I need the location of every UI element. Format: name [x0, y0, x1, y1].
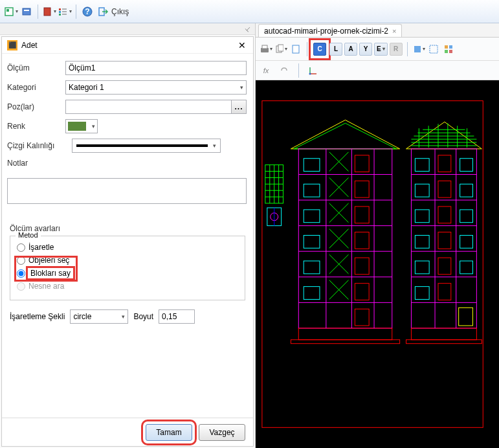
svg-rect-65	[304, 235, 320, 248]
layer-r-button[interactable]: R	[390, 43, 403, 56]
layer-y-button[interactable]: Y	[359, 43, 372, 56]
radio-objeleri[interactable]: Objeleri seç	[17, 254, 238, 266]
label-olcum: Ölçüm	[7, 63, 65, 73]
svg-rect-45	[291, 340, 399, 344]
layer-c-button[interactable]: C	[313, 43, 326, 56]
svg-text:?: ?	[85, 7, 89, 16]
size-label: Boyut	[133, 312, 153, 321]
exit-label: Çıkış	[111, 7, 129, 16]
svg-rect-19	[414, 46, 421, 52]
radio-nesne: Nesne ara	[17, 280, 238, 292]
metod-legend: Metod	[16, 231, 41, 239]
svg-rect-96	[438, 258, 451, 274]
svg-rect-15	[262, 45, 267, 49]
svg-rect-3	[24, 10, 29, 11]
svg-rect-106	[460, 184, 473, 197]
label-renk: Renk	[7, 122, 65, 131]
tab-close-icon[interactable]: ×	[392, 27, 396, 35]
link-icon[interactable]	[278, 64, 291, 77]
svg-rect-21	[445, 45, 448, 49]
svg-rect-24	[449, 50, 452, 53]
main-toolbar: ? Çıkış	[0, 0, 499, 23]
fx-icon[interactable]: fx	[260, 64, 272, 77]
svg-rect-23	[445, 50, 448, 53]
svg-point-27	[309, 73, 311, 74]
svg-rect-67	[304, 287, 320, 300]
print-icon[interactable]	[260, 43, 272, 56]
svg-rect-22	[449, 45, 452, 49]
radio-isaretle[interactable]: İşaretle	[17, 241, 238, 253]
settings-title: Ölçüm ayarları	[10, 224, 245, 233]
axis-icon[interactable]	[307, 64, 320, 77]
svg-rect-4	[44, 8, 50, 16]
notlar-textarea[interactable]	[7, 178, 247, 204]
ok-button[interactable]: Tamam	[146, 424, 192, 441]
select-icon[interactable]	[427, 43, 440, 56]
exit-button[interactable]: Çıkış	[96, 5, 131, 19]
pozlar-browse-button[interactable]: ...	[231, 100, 247, 114]
svg-rect-97	[438, 284, 451, 300]
dialog-title: Adet	[21, 41, 236, 50]
olcum-input[interactable]	[65, 61, 247, 75]
svg-marker-42	[294, 123, 396, 149]
right-panel: autocad-mimari-proje-ornek-cizimi-2 × C …	[256, 23, 499, 448]
tool-btn-3[interactable]	[42, 5, 56, 19]
pozlar-input[interactable]	[65, 100, 231, 114]
svg-rect-58	[355, 232, 369, 249]
renk-select[interactable]	[65, 119, 98, 133]
copy-icon[interactable]	[274, 43, 287, 56]
svg-rect-6	[59, 11, 61, 13]
svg-rect-60	[355, 284, 369, 300]
svg-rect-81	[411, 149, 476, 328]
grid-icon[interactable]	[442, 43, 455, 56]
layer-e-button[interactable]: E	[374, 43, 388, 56]
radio-bloklari[interactable]: Blokları say	[17, 267, 238, 279]
svg-rect-104	[415, 287, 429, 300]
layer-l-button[interactable]: L	[329, 43, 342, 56]
svg-rect-101	[415, 210, 429, 223]
svg-rect-43	[298, 149, 392, 328]
size-input[interactable]	[159, 309, 195, 324]
document-tab[interactable]: autocad-mimari-proje-ornek-cizimi-2 ×	[258, 24, 402, 37]
cad-viewport[interactable]	[256, 80, 499, 448]
shape-select[interactable]: circle	[70, 309, 128, 324]
svg-rect-5	[59, 8, 61, 10]
svg-rect-61	[355, 309, 369, 326]
svg-rect-108	[460, 235, 473, 248]
svg-rect-7	[59, 14, 61, 16]
svg-rect-109	[460, 261, 473, 274]
pin-icon[interactable]: ⊥	[243, 24, 252, 33]
cad-toolbar-2: fx	[256, 61, 499, 80]
svg-rect-105	[460, 159, 473, 172]
svg-rect-28	[262, 101, 483, 428]
label-kategori: Kategori	[7, 83, 65, 92]
cizgi-select[interactable]	[72, 139, 221, 153]
left-panel: ⊥ ⬛ Adet ✕ Ölçüm Kategori Kategori 1 Poz…	[0, 23, 256, 448]
label-cizgi: Çizgi Kalınlığı	[7, 141, 65, 150]
kategori-select[interactable]: Kategori 1	[65, 80, 247, 95]
svg-rect-44	[298, 328, 392, 340]
shape-label: İşaretleme Şekli	[10, 312, 65, 321]
help-icon[interactable]: ?	[80, 5, 94, 19]
svg-rect-64	[304, 210, 320, 223]
dialog-icon: ⬛	[7, 40, 17, 50]
svg-rect-92	[438, 155, 451, 172]
fill-icon[interactable]	[412, 43, 425, 56]
cancel-button[interactable]: Vazgeç	[199, 424, 245, 441]
svg-rect-55	[355, 155, 369, 172]
tool-btn-1[interactable]	[4, 5, 18, 19]
close-icon[interactable]: ✕	[236, 39, 248, 51]
svg-marker-68	[406, 122, 482, 149]
svg-rect-102	[415, 235, 429, 248]
svg-rect-1	[6, 9, 9, 12]
tool-btn-4[interactable]	[58, 5, 72, 19]
layer-a-button[interactable]: A	[344, 43, 357, 56]
label-notlar: Notlar	[7, 159, 65, 168]
label-pozlar: Poz(lar)	[7, 102, 65, 111]
tool-btn-2[interactable]	[19, 5, 34, 19]
svg-rect-83	[406, 340, 482, 344]
svg-rect-59	[355, 258, 369, 274]
svg-rect-98	[459, 308, 473, 326]
adet-dialog: ⬛ Adet ✕ Ölçüm Kategori Kategori 1 Poz(l…	[1, 36, 254, 447]
doc-icon[interactable]	[289, 43, 302, 56]
